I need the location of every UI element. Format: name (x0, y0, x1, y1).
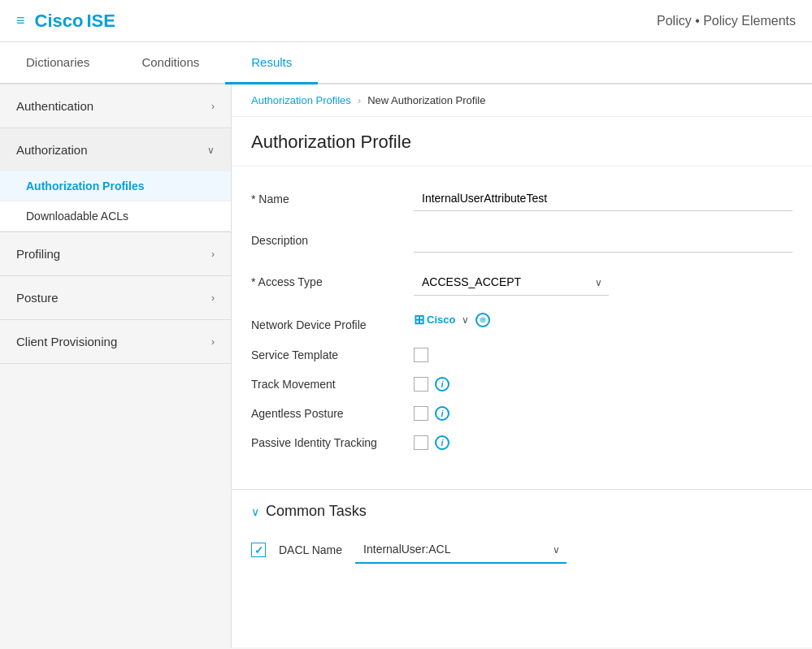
main-content: Authorization Profiles › New Authorizati… (232, 84, 812, 647)
sidebar-section-posture-label: Posture (16, 291, 59, 305)
breadcrumb-parent-link[interactable]: Authorization Profiles (251, 94, 351, 106)
logo-ise: ISE (86, 11, 115, 32)
agentless-posture-info-icon[interactable]: i (435, 406, 449, 421)
cisco-logo-small: ⊞ Cisco (414, 312, 455, 327)
authorization-sub-items: Authorization Profiles Downloadable ACLs (0, 171, 231, 231)
access-type-select-wrapper: ACCESS_ACCEPT ACCESS_REJECT ∨ (414, 269, 609, 296)
dacl-name-row: DACL Name InternalUser:ACL ∨ (251, 536, 792, 564)
sidebar-section-posture: Posture › (0, 276, 231, 320)
sidebar-section-profiling: Profiling › (0, 232, 231, 276)
dacl-select-wrapper: InternalUser:ACL ∨ (355, 536, 567, 564)
breadcrumb-current: New Authorization Profile (367, 94, 485, 106)
form-field-access-type: ACCESS_ACCEPT ACCESS_REJECT ∨ (414, 269, 792, 296)
form-label-name: * Name (251, 186, 414, 206)
cisco-logo-bars-icon: ⊞ (414, 312, 424, 327)
logo: Cisco ISE (35, 11, 115, 32)
header-left: ≡ Cisco ISE (16, 11, 115, 32)
sidebar-section-authorization: Authorization ∨ Authorization Profiles D… (0, 128, 231, 232)
checkbox-row-passive-identity-tracking: Passive Identity Tracking i (251, 435, 792, 450)
sidebar-section-client-provisioning-header[interactable]: Client Provisioning › (0, 320, 231, 363)
common-tasks-header: ∨ Common Tasks (251, 503, 792, 520)
chevron-down-icon: ∨ (207, 145, 215, 156)
form-label-description: Description (251, 227, 414, 247)
common-tasks-title: Common Tasks (266, 503, 367, 520)
form-row-network-device-profile: Network Device Profile ⊞ Cisco ∨ ⊕ (251, 312, 792, 331)
name-input[interactable] (414, 186, 792, 211)
form-label-access-type: * Access Type (251, 269, 414, 288)
sidebar: Authentication › Authorization ∨ Authori… (0, 84, 232, 647)
form-label-network-device-profile: Network Device Profile (251, 312, 414, 331)
chevron-right-icon-posture: › (211, 292, 215, 304)
track-movement-label: Track Movement (251, 378, 414, 391)
form-row-description: Description (251, 227, 792, 253)
checkbox-row-service-template: Service Template (251, 348, 792, 362)
service-template-field (414, 348, 428, 362)
track-movement-field: i (414, 377, 449, 392)
sidebar-section-client-provisioning-label: Client Provisioning (16, 335, 117, 348)
common-tasks-section: ∨ Common Tasks DACL Name InternalUser:AC… (232, 490, 812, 583)
chevron-right-icon-profiling: › (211, 249, 215, 260)
passive-identity-tracking-info-icon[interactable]: i (435, 435, 449, 450)
sidebar-section-authentication-label: Authentication (16, 99, 93, 113)
sidebar-item-authorization-profiles[interactable]: Authorization Profiles (0, 171, 231, 201)
passive-identity-tracking-checkbox[interactable] (414, 435, 428, 450)
description-input[interactable] (414, 227, 792, 253)
common-tasks-toggle-icon[interactable]: ∨ (251, 505, 259, 518)
form-row-access-type: * Access Type ACCESS_ACCEPT ACCESS_REJEC… (251, 269, 792, 296)
dacl-name-label: DACL Name (279, 543, 342, 556)
sidebar-section-profiling-header[interactable]: Profiling › (0, 232, 231, 275)
tab-dictionaries[interactable]: Dictionaries (0, 42, 115, 84)
form-field-description (414, 227, 792, 253)
form-field-network-device-profile: ⊞ Cisco ∨ ⊕ (414, 312, 792, 327)
agentless-posture-checkbox[interactable] (414, 406, 428, 421)
hamburger-icon[interactable]: ≡ (16, 12, 25, 29)
chevron-right-icon-client-provisioning: › (211, 336, 215, 348)
service-template-label: Service Template (251, 348, 414, 361)
passive-identity-tracking-field: i (414, 435, 449, 450)
breadcrumb-separator: › (358, 94, 361, 106)
access-type-select[interactable]: ACCESS_ACCEPT ACCESS_REJECT (414, 269, 609, 296)
page-title: Authorization Profile (232, 117, 812, 167)
tabs-bar: Dictionaries Conditions Results (0, 42, 812, 84)
globe-icon[interactable]: ⊕ (475, 313, 490, 327)
header: ≡ Cisco ISE Policy • Policy Elements (0, 0, 812, 42)
profile-chevron-icon[interactable]: ∨ (462, 314, 469, 326)
sidebar-item-downloadable-acls[interactable]: Downloadable ACLs (0, 201, 231, 231)
form-section: * Name Description * Access Type AC (232, 167, 812, 481)
header-title: Policy • Policy Elements (657, 14, 796, 28)
logo-cisco: Cisco (35, 11, 84, 32)
sidebar-section-authentication-header[interactable]: Authentication › (0, 84, 231, 128)
tab-conditions[interactable]: Conditions (115, 42, 225, 84)
track-movement-checkbox[interactable] (414, 377, 428, 392)
sidebar-section-client-provisioning: Client Provisioning › (0, 320, 231, 364)
track-movement-info-icon[interactable]: i (435, 377, 449, 392)
sidebar-section-authorization-label: Authorization (16, 143, 88, 157)
chevron-right-icon: › (211, 101, 215, 112)
sidebar-section-posture-header[interactable]: Posture › (0, 276, 231, 319)
form-row-name: * Name (251, 186, 792, 211)
dacl-name-select[interactable]: InternalUser:ACL (355, 536, 567, 564)
service-template-checkbox[interactable] (414, 348, 428, 362)
checkbox-row-track-movement: Track Movement i (251, 377, 792, 392)
cisco-profile-name: Cisco (427, 314, 455, 326)
checkbox-row-agentless-posture: Agentless Posture i (251, 406, 792, 421)
form-field-name (414, 186, 792, 211)
passive-identity-tracking-label: Passive Identity Tracking (251, 436, 414, 449)
network-device-profile-selector: ⊞ Cisco ∨ ⊕ (414, 312, 792, 327)
tab-results[interactable]: Results (225, 42, 318, 84)
sidebar-section-authentication: Authentication › (0, 84, 231, 128)
breadcrumb: Authorization Profiles › New Authorizati… (232, 84, 812, 117)
sidebar-section-authorization-header[interactable]: Authorization ∨ (0, 128, 231, 171)
agentless-posture-label: Agentless Posture (251, 407, 414, 420)
main-layout: Authentication › Authorization ∨ Authori… (0, 84, 812, 647)
sidebar-section-profiling-label: Profiling (16, 247, 60, 261)
dacl-name-checkbox[interactable] (251, 543, 266, 557)
agentless-posture-field: i (414, 406, 449, 421)
